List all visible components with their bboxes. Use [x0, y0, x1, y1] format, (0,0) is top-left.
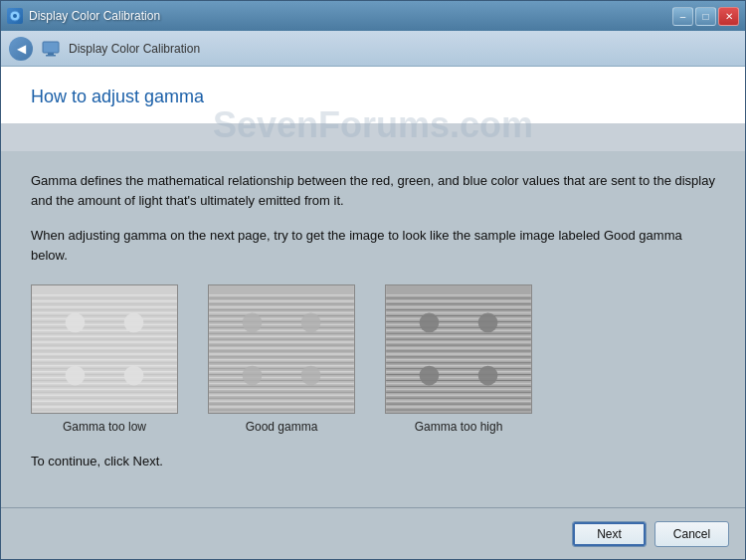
svg-point-47: [124, 313, 144, 333]
good-gamma-label: Good gamma: [246, 420, 318, 434]
close-button[interactable]: ✕: [718, 7, 739, 26]
svg-rect-5: [32, 285, 177, 413]
description-paragraph-1: Gamma defines the mathematical relations…: [31, 171, 715, 210]
svg-point-49: [124, 366, 144, 386]
svg-point-139: [478, 366, 498, 386]
back-button[interactable]: ◀: [9, 37, 33, 61]
svg-rect-3: [48, 53, 54, 55]
window-title: Display Color Calibration: [29, 9, 160, 23]
header-panel: SevenForums.com How to adjust gamma: [1, 67, 745, 123]
bottom-bar: Next Cancel: [1, 507, 745, 559]
gamma-too-low-label: Gamma too low: [63, 420, 146, 434]
svg-rect-95: [386, 285, 531, 413]
gamma-too-high-svg: [386, 285, 531, 413]
gray-strip: [1, 123, 745, 151]
title-bar: Display Color Calibration – □ ✕: [1, 1, 745, 31]
svg-point-94: [301, 366, 321, 386]
svg-point-93: [243, 366, 263, 386]
gamma-too-high-label: Gamma too high: [415, 420, 503, 434]
svg-point-1: [13, 14, 17, 18]
monitor-icon: [41, 39, 61, 59]
gamma-samples: Gamma too low: [31, 284, 715, 434]
svg-rect-4: [46, 55, 56, 57]
back-icon: ◀: [17, 42, 26, 56]
svg-point-48: [66, 366, 86, 386]
nav-bar: ◀ Display Color Calibration: [1, 31, 745, 67]
good-gamma-svg: [209, 285, 354, 413]
app-icon: [7, 8, 23, 24]
gamma-too-low-image: [31, 284, 178, 414]
nav-title: Display Color Calibration: [69, 42, 200, 56]
page-title: How to adjust gamma: [31, 87, 715, 107]
good-gamma-item: Good gamma: [208, 284, 355, 434]
gamma-too-low-svg: [32, 285, 177, 413]
gamma-too-high-image: [385, 284, 532, 414]
title-bar-left: Display Color Calibration: [7, 8, 160, 24]
svg-rect-2: [43, 42, 59, 53]
svg-point-136: [420, 313, 440, 333]
svg-point-92: [301, 313, 321, 333]
svg-point-91: [243, 313, 263, 333]
restore-button[interactable]: □: [695, 7, 716, 26]
gamma-too-low-item: Gamma too low: [31, 284, 178, 434]
cancel-button[interactable]: Cancel: [654, 521, 729, 547]
continue-text: To continue, click Next.: [31, 454, 715, 468]
svg-point-138: [420, 366, 440, 386]
gamma-too-high-item: Gamma too high: [385, 284, 532, 434]
description-paragraph-2: When adjusting gamma on the next page, t…: [31, 226, 715, 265]
main-body: Gamma defines the mathematical relations…: [1, 151, 745, 507]
good-gamma-image: [208, 284, 355, 414]
next-button[interactable]: Next: [572, 521, 647, 547]
content-area: SevenForums.com How to adjust gamma Gamm…: [1, 67, 745, 559]
svg-rect-50: [209, 285, 354, 413]
svg-point-137: [478, 313, 498, 333]
minimize-button[interactable]: –: [672, 7, 693, 26]
svg-point-46: [66, 313, 86, 333]
main-window: Display Color Calibration – □ ✕ ◀ Displa…: [0, 0, 746, 560]
window-controls: – □ ✕: [672, 7, 739, 26]
